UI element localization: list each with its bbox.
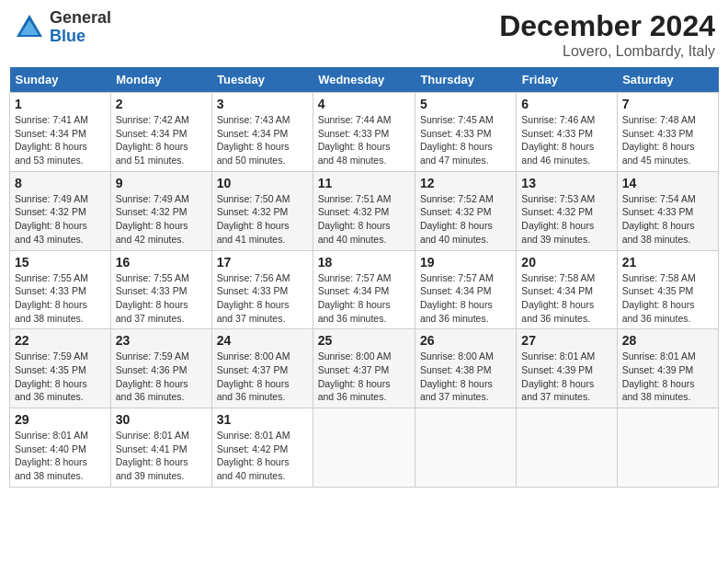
day-number: 1 <box>15 97 106 111</box>
logo-general-text: General <box>50 9 111 28</box>
day-info: Sunrise: 7:52 AMSunset: 4:32 PMDaylight:… <box>420 192 511 247</box>
calendar-day-cell: 8Sunrise: 7:49 AMSunset: 4:32 PMDaylight… <box>10 171 111 250</box>
day-number: 3 <box>217 97 308 111</box>
day-info: Sunrise: 7:56 AMSunset: 4:33 PMDaylight:… <box>217 271 308 326</box>
month-title: December 2024 <box>499 9 715 43</box>
weekday-header: Wednesday <box>313 67 415 93</box>
day-number: 10 <box>217 176 308 190</box>
calendar-week-row: 15Sunrise: 7:55 AMSunset: 4:33 PMDayligh… <box>10 250 719 329</box>
day-info: Sunrise: 7:42 AMSunset: 4:34 PMDaylight:… <box>116 113 207 167</box>
weekday-header: Tuesday <box>211 67 313 93</box>
calendar-day-cell: 26Sunrise: 8:00 AMSunset: 4:38 PMDayligh… <box>415 329 516 408</box>
day-number: 30 <box>116 412 207 427</box>
day-number: 24 <box>217 333 308 348</box>
title-block: December 2024 Lovero, Lombardy, Italy <box>499 9 715 60</box>
day-info: Sunrise: 7:51 AMSunset: 4:32 PMDaylight:… <box>318 192 410 247</box>
calendar-day-cell: 11Sunrise: 7:51 AMSunset: 4:32 PMDayligh… <box>313 171 415 250</box>
day-number: 17 <box>217 255 308 270</box>
calendar-day-cell: 19Sunrise: 7:57 AMSunset: 4:34 PMDayligh… <box>415 250 516 329</box>
weekday-header: Sunday <box>10 67 111 93</box>
day-number: 11 <box>318 176 410 190</box>
day-info: Sunrise: 7:41 AMSunset: 4:34 PMDaylight:… <box>15 113 106 167</box>
day-info: Sunrise: 7:57 AMSunset: 4:34 PMDaylight:… <box>420 271 511 326</box>
day-number: 12 <box>420 176 511 190</box>
day-number: 27 <box>521 333 611 348</box>
day-info: Sunrise: 7:49 AMSunset: 4:32 PMDaylight:… <box>15 192 106 247</box>
day-number: 28 <box>622 333 713 348</box>
location-title: Lovero, Lombardy, Italy <box>499 43 715 60</box>
day-info: Sunrise: 8:01 AMSunset: 4:42 PMDaylight:… <box>217 429 308 483</box>
day-info: Sunrise: 7:48 AMSunset: 4:33 PMDaylight:… <box>622 113 713 167</box>
calendar-day-cell: 2Sunrise: 7:42 AMSunset: 4:34 PMDaylight… <box>110 93 211 172</box>
calendar-week-row: 22Sunrise: 7:59 AMSunset: 4:35 PMDayligh… <box>10 329 719 408</box>
day-info: Sunrise: 7:49 AMSunset: 4:32 PMDaylight:… <box>116 192 207 247</box>
day-info: Sunrise: 8:00 AMSunset: 4:38 PMDaylight:… <box>420 350 511 404</box>
day-number: 4 <box>318 97 410 111</box>
day-info: Sunrise: 7:55 AMSunset: 4:33 PMDaylight:… <box>15 271 106 326</box>
calendar-day-cell: 21Sunrise: 7:58 AMSunset: 4:35 PMDayligh… <box>617 250 718 329</box>
day-number: 14 <box>622 176 713 190</box>
calendar-day-cell: 10Sunrise: 7:50 AMSunset: 4:32 PMDayligh… <box>211 171 313 250</box>
calendar-day-cell: 6Sunrise: 7:46 AMSunset: 4:33 PMDaylight… <box>517 93 617 172</box>
day-number: 9 <box>116 176 207 190</box>
calendar-day-cell <box>313 408 415 488</box>
day-number: 15 <box>15 255 106 270</box>
calendar-day-cell: 28Sunrise: 8:01 AMSunset: 4:39 PMDayligh… <box>617 329 718 408</box>
day-number: 26 <box>420 333 511 348</box>
day-info: Sunrise: 7:45 AMSunset: 4:33 PMDaylight:… <box>420 113 511 167</box>
logo-icon <box>13 11 46 44</box>
weekday-header: Thursday <box>415 67 516 93</box>
calendar-day-cell: 20Sunrise: 7:58 AMSunset: 4:34 PMDayligh… <box>517 250 617 329</box>
day-number: 6 <box>521 97 611 111</box>
day-number: 2 <box>116 97 207 111</box>
day-number: 8 <box>15 176 106 190</box>
calendar-day-cell: 23Sunrise: 7:59 AMSunset: 4:36 PMDayligh… <box>110 329 211 408</box>
calendar-header-row: SundayMondayTuesdayWednesdayThursdayFrid… <box>10 67 719 93</box>
day-info: Sunrise: 7:57 AMSunset: 4:34 PMDaylight:… <box>318 271 410 326</box>
calendar-day-cell: 4Sunrise: 7:44 AMSunset: 4:33 PMDaylight… <box>313 93 415 172</box>
calendar-day-cell: 24Sunrise: 8:00 AMSunset: 4:37 PMDayligh… <box>211 329 313 408</box>
calendar-day-cell: 3Sunrise: 7:43 AMSunset: 4:34 PMDaylight… <box>211 93 313 172</box>
calendar-day-cell <box>415 408 516 488</box>
day-info: Sunrise: 8:01 AMSunset: 4:41 PMDaylight:… <box>116 429 207 483</box>
day-info: Sunrise: 7:59 AMSunset: 4:35 PMDaylight:… <box>15 350 106 404</box>
logo-text: General Blue <box>50 9 111 46</box>
calendar-day-cell: 29Sunrise: 8:01 AMSunset: 4:40 PMDayligh… <box>10 408 111 488</box>
calendar-week-row: 1Sunrise: 7:41 AMSunset: 4:34 PMDaylight… <box>10 93 719 172</box>
calendar-table: SundayMondayTuesdayWednesdayThursdayFrid… <box>9 67 719 488</box>
calendar-week-row: 8Sunrise: 7:49 AMSunset: 4:32 PMDaylight… <box>10 171 719 250</box>
weekday-header: Saturday <box>617 67 718 93</box>
calendar-day-cell <box>517 408 617 488</box>
day-info: Sunrise: 7:54 AMSunset: 4:33 PMDaylight:… <box>622 192 713 247</box>
day-number: 31 <box>217 412 308 427</box>
page-header: General Blue December 2024 Lovero, Lomba… <box>9 9 719 60</box>
day-info: Sunrise: 8:01 AMSunset: 4:39 PMDaylight:… <box>521 350 611 404</box>
day-info: Sunrise: 8:01 AMSunset: 4:39 PMDaylight:… <box>622 350 713 404</box>
day-number: 29 <box>15 412 106 427</box>
day-number: 19 <box>420 255 511 270</box>
day-info: Sunrise: 7:58 AMSunset: 4:34 PMDaylight:… <box>521 271 611 326</box>
calendar-day-cell: 22Sunrise: 7:59 AMSunset: 4:35 PMDayligh… <box>10 329 111 408</box>
day-number: 20 <box>521 255 611 270</box>
day-number: 23 <box>116 333 207 348</box>
calendar-day-cell: 31Sunrise: 8:01 AMSunset: 4:42 PMDayligh… <box>211 408 313 488</box>
day-info: Sunrise: 8:01 AMSunset: 4:40 PMDaylight:… <box>15 429 106 483</box>
calendar-week-row: 29Sunrise: 8:01 AMSunset: 4:40 PMDayligh… <box>10 408 719 488</box>
logo: General Blue <box>13 9 111 46</box>
day-number: 16 <box>116 255 207 270</box>
weekday-header: Monday <box>110 67 211 93</box>
calendar-day-cell: 9Sunrise: 7:49 AMSunset: 4:32 PMDaylight… <box>110 171 211 250</box>
calendar-day-cell: 16Sunrise: 7:55 AMSunset: 4:33 PMDayligh… <box>110 250 211 329</box>
day-number: 18 <box>318 255 410 270</box>
calendar-day-cell: 1Sunrise: 7:41 AMSunset: 4:34 PMDaylight… <box>10 93 111 172</box>
day-number: 21 <box>622 255 713 270</box>
day-number: 13 <box>521 176 611 190</box>
calendar-day-cell: 15Sunrise: 7:55 AMSunset: 4:33 PMDayligh… <box>10 250 111 329</box>
day-info: Sunrise: 7:46 AMSunset: 4:33 PMDaylight:… <box>521 113 611 167</box>
calendar-day-cell: 14Sunrise: 7:54 AMSunset: 4:33 PMDayligh… <box>617 171 718 250</box>
day-info: Sunrise: 7:53 AMSunset: 4:32 PMDaylight:… <box>521 192 611 247</box>
calendar-day-cell: 18Sunrise: 7:57 AMSunset: 4:34 PMDayligh… <box>313 250 415 329</box>
day-info: Sunrise: 7:59 AMSunset: 4:36 PMDaylight:… <box>116 350 207 404</box>
calendar-day-cell: 13Sunrise: 7:53 AMSunset: 4:32 PMDayligh… <box>517 171 617 250</box>
day-info: Sunrise: 7:50 AMSunset: 4:32 PMDaylight:… <box>217 192 308 247</box>
